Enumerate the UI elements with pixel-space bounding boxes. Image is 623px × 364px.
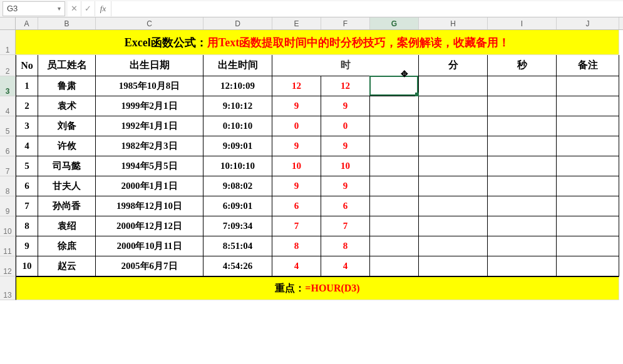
cell-hourE[interactable]: 9	[272, 176, 321, 196]
cell-hourF[interactable]: 9	[321, 96, 370, 116]
col-header-B[interactable]: B	[38, 18, 96, 29]
cell-minute[interactable]	[419, 216, 488, 236]
cell-hourG[interactable]	[370, 176, 419, 196]
formula-input[interactable]	[111, 1, 623, 16]
title-cell[interactable]: Excel函数公式： 用Text函数提取时间中的时分秒技巧，案例解读，收藏备用！	[16, 30, 619, 55]
cell-second[interactable]	[488, 76, 557, 96]
header-minute[interactable]: 分	[419, 55, 488, 76]
cell-hourG[interactable]	[370, 116, 419, 136]
cell-time[interactable]: 9:10:12	[203, 96, 272, 116]
cell-name[interactable]: 孙尚香	[38, 196, 96, 216]
cell-hourF[interactable]: 9	[321, 176, 370, 196]
cell-date[interactable]: 2000年1月1日	[96, 176, 203, 196]
row-header-11[interactable]: 11	[0, 236, 16, 256]
cell-date[interactable]: 1992年1月1日	[96, 116, 203, 136]
cell-date[interactable]: 2000年12月12日	[96, 216, 203, 236]
cell-hourE[interactable]: 12	[272, 76, 321, 96]
cell-date[interactable]: 1998年12月10日	[96, 196, 203, 216]
cell-name[interactable]: 袁绍	[38, 216, 96, 236]
col-header-J[interactable]: J	[557, 18, 619, 29]
cell-remark[interactable]	[557, 96, 619, 116]
cell-second[interactable]	[488, 216, 557, 236]
cell-remark[interactable]	[557, 136, 619, 156]
select-all-corner[interactable]	[0, 18, 16, 29]
cell-second[interactable]	[488, 156, 557, 176]
row-header-3[interactable]: 3	[0, 76, 16, 96]
cell-hourE[interactable]: 8	[272, 236, 321, 256]
cell-time[interactable]: 4:54:26	[203, 256, 272, 276]
cell-second[interactable]	[488, 96, 557, 116]
confirm-button[interactable]: ✓	[81, 1, 95, 16]
cell-no[interactable]: 9	[16, 236, 38, 256]
cell-no[interactable]: 5	[16, 156, 38, 176]
cell-hourG[interactable]	[370, 256, 419, 276]
cell-second[interactable]	[488, 116, 557, 136]
name-box[interactable]: G3 ▾	[3, 1, 65, 16]
col-header-G[interactable]: G	[370, 18, 419, 29]
cell-remark[interactable]	[557, 236, 619, 256]
cell-name[interactable]: 徐庶	[38, 236, 96, 256]
cell-hourG[interactable]	[370, 156, 419, 176]
cell-hourF[interactable]: 12	[321, 76, 370, 96]
cell-remark[interactable]	[557, 176, 619, 196]
cell-no[interactable]: 1	[16, 76, 38, 96]
col-header-D[interactable]: D	[203, 18, 272, 29]
cell-name[interactable]: 刘备	[38, 116, 96, 136]
cell-hourF[interactable]: 7	[321, 216, 370, 236]
col-header-I[interactable]: I	[488, 18, 557, 29]
cell-minute[interactable]	[419, 176, 488, 196]
header-birth-date[interactable]: 出生日期	[96, 55, 203, 76]
row-header-9[interactable]: 9	[0, 196, 16, 216]
cell-remark[interactable]	[557, 116, 619, 136]
col-header-E[interactable]: E	[272, 18, 321, 29]
col-header-C[interactable]: C	[96, 18, 203, 29]
cell-no[interactable]: 7	[16, 196, 38, 216]
cell-name[interactable]: 袁术	[38, 96, 96, 116]
cell-hourF[interactable]: 0	[321, 116, 370, 136]
cell-hourE[interactable]: 4	[272, 256, 321, 276]
header-hour-merged[interactable]: 时 ✥	[272, 55, 419, 76]
cell-remark[interactable]	[557, 216, 619, 236]
cell-minute[interactable]	[419, 236, 488, 256]
cell-name[interactable]: 司马懿	[38, 156, 96, 176]
cell-hourE[interactable]: 6	[272, 196, 321, 216]
col-header-H[interactable]: H	[419, 18, 488, 29]
cell-remark[interactable]	[557, 256, 619, 276]
cell-second[interactable]	[488, 136, 557, 156]
cell-hourE[interactable]: 10	[272, 156, 321, 176]
row-header-4[interactable]: 4	[0, 96, 16, 116]
header-second[interactable]: 秒	[488, 55, 557, 76]
row-header-6[interactable]: 6	[0, 136, 16, 156]
cell-name[interactable]: 鲁肃	[38, 76, 96, 96]
cell-no[interactable]: 8	[16, 216, 38, 236]
row-header-7[interactable]: 7	[0, 156, 16, 176]
cell-hourG[interactable]	[370, 236, 419, 256]
cell-date[interactable]: 1994年5月5日	[96, 156, 203, 176]
cell-hourG[interactable]	[370, 96, 419, 116]
cell-hourE[interactable]: 0	[272, 116, 321, 136]
row-header-5[interactable]: 5	[0, 116, 16, 136]
cancel-button[interactable]: ✕	[68, 1, 81, 16]
cell-hourF[interactable]: 6	[321, 196, 370, 216]
cell-time[interactable]: 10:10:10	[203, 156, 272, 176]
row-header-13[interactable]: 13	[0, 276, 16, 300]
fx-icon[interactable]: fx	[95, 1, 111, 16]
header-no[interactable]: No	[16, 55, 38, 76]
cell-minute[interactable]	[419, 96, 488, 116]
row-header-1[interactable]: 1	[0, 30, 16, 55]
cell-second[interactable]	[488, 256, 557, 276]
header-remark[interactable]: 备注	[557, 55, 619, 76]
cell-hourE[interactable]: 7	[272, 216, 321, 236]
cell-second[interactable]	[488, 176, 557, 196]
cell-time[interactable]: 9:09:01	[203, 136, 272, 156]
cell-date[interactable]: 1985年10月8日	[96, 76, 203, 96]
row-header-8[interactable]: 8	[0, 176, 16, 196]
header-name[interactable]: 员工姓名	[38, 55, 96, 76]
cell-date[interactable]: 1982年2月3日	[96, 136, 203, 156]
cell-hourG[interactable]	[370, 216, 419, 236]
cell-hourF[interactable]: 8	[321, 236, 370, 256]
cell-date[interactable]: 1999年2月1日	[96, 96, 203, 116]
header-birth-time[interactable]: 出生时间	[203, 55, 272, 76]
cell-no[interactable]: 3	[16, 116, 38, 136]
cell-date[interactable]: 2000年10月11日	[96, 236, 203, 256]
